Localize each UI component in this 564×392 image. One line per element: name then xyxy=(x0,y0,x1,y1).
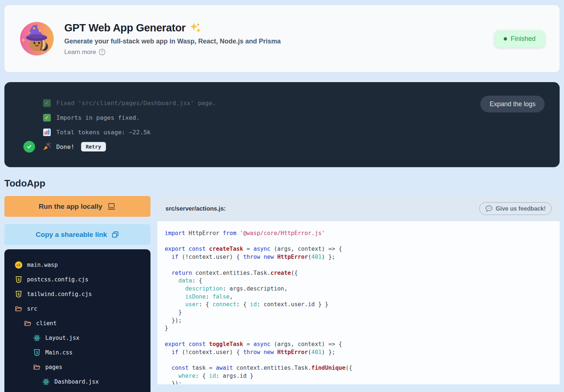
code-line: if (!context.user) { throw new HttpError… xyxy=(165,253,560,261)
tree-item[interactable]: Spostcss.config.cjs xyxy=(15,272,150,287)
svg-text:S: S xyxy=(17,278,19,282)
svg-text:S: S xyxy=(17,292,19,296)
code-file-path: src/server/actions.js: xyxy=(165,205,226,212)
run-app-locally-button[interactable]: Run the app locally xyxy=(4,196,150,217)
css-file-icon: 3 xyxy=(33,349,41,357)
code-line xyxy=(165,356,560,364)
tree-item-label: Main.css xyxy=(45,349,73,356)
code-line: if (!context.user) { throw new HttpError… xyxy=(165,349,560,357)
code-line: export const createTask = async (args, c… xyxy=(165,245,560,253)
content-columns: Run the app locally Copy a shareable lin… xyxy=(4,196,560,392)
status-log-panel: ✓Fixed 'src/client/pages/Dashboard.jsx' … xyxy=(4,82,560,167)
copy-shareable-link-label: Copy a shareable link xyxy=(36,231,107,239)
page: GPT Web App Generator Generate your full… xyxy=(0,0,564,392)
log-text: Total tokens usage: ~22.5k xyxy=(56,129,150,136)
tree-item-label: Layout.jsx xyxy=(45,335,79,341)
tree-item-label: postcss.config.cjs xyxy=(27,276,88,283)
tree-item-label: client xyxy=(36,320,57,327)
log-text: Imports in pages fixed. xyxy=(56,114,140,121)
log-text: Done! xyxy=(56,143,75,150)
code-body: import HttpError from '@wasp/core/HttpEr… xyxy=(157,221,560,384)
check-emoji: ✓ xyxy=(42,113,51,122)
js-file-icon: S xyxy=(15,291,22,298)
log-line: Total tokens usage: ~22.5k xyxy=(42,125,560,139)
svg-text:3: 3 xyxy=(35,351,38,355)
wasp-file-icon: =} xyxy=(15,261,22,269)
code-line: } xyxy=(165,324,560,333)
code-line xyxy=(165,238,560,246)
code-line: data: { xyxy=(165,277,560,285)
app-name-heading: TodoApp xyxy=(4,178,560,189)
code-line xyxy=(165,333,560,341)
expand-logs-button[interactable]: Expand the logs xyxy=(480,96,545,112)
run-app-locally-label: Run the app locally xyxy=(39,203,102,211)
header-card: GPT Web App Generator Generate your full… xyxy=(4,5,560,72)
folder-icon xyxy=(15,305,22,313)
give-feedback-button[interactable]: Give us feedback! xyxy=(479,202,552,215)
left-column: Run the app locally Copy a shareable lin… xyxy=(4,196,150,392)
code-line: description: args.description, xyxy=(165,285,560,293)
wasp-mage-wizard-logo xyxy=(19,21,55,57)
code-line: } xyxy=(165,309,560,317)
speech-bubble-icon xyxy=(485,205,493,212)
react-file-icon xyxy=(33,334,41,342)
tree-item[interactable]: 3Main.css xyxy=(15,345,150,360)
page-subtitle: Generate your full-stack web app in Wasp… xyxy=(64,38,281,45)
check-emoji: ✓ xyxy=(42,99,51,107)
code-line: isDone: false, xyxy=(165,293,560,301)
tree-item-label: src xyxy=(27,305,37,312)
learn-more-link[interactable]: Learn more ? xyxy=(64,49,106,56)
tree-item-label: main.wasp xyxy=(27,262,58,268)
code-panel: src/server/actions.js: Give us feedback!… xyxy=(157,196,560,384)
tree-item[interactable]: Dashboard.jsx xyxy=(15,374,150,389)
react-file-icon xyxy=(42,378,50,386)
success-check-circle-icon xyxy=(23,141,35,153)
learn-more-label: Learn more xyxy=(64,49,96,56)
file-tree-panel: =}main.waspSpostcss.config.cjsStailwind.… xyxy=(4,249,150,392)
tree-item[interactable]: pages xyxy=(15,360,150,374)
status-badge: Finished xyxy=(494,30,545,47)
tree-item-label: pages xyxy=(45,364,62,370)
log-line: Done!Retry xyxy=(42,139,560,154)
party-emoji xyxy=(42,142,51,151)
page-title: GPT Web App Generator xyxy=(64,22,186,34)
code-line: import HttpError from '@wasp/core/HttpEr… xyxy=(165,230,560,238)
code-line: where: { id: args.id } xyxy=(165,372,560,380)
status-dot-icon xyxy=(504,37,507,41)
tree-item[interactable]: Stailwind.config.cjs xyxy=(15,287,150,301)
code-line: user: { connect: { id: context.user.id }… xyxy=(165,301,560,309)
tree-item-label: Dashboard.jsx xyxy=(54,378,99,385)
question-circle-icon: ? xyxy=(99,49,106,55)
code-line: return context.entities.Task.create({ xyxy=(165,269,560,277)
copy-shareable-link-button[interactable]: Copy a shareable link xyxy=(4,224,150,245)
header-text: GPT Web App Generator Generate your full… xyxy=(64,22,281,56)
log-line: ✓Imports in pages fixed. xyxy=(42,110,560,125)
tree-item[interactable]: Layout.jsx xyxy=(15,331,150,345)
tree-item[interactable]: src xyxy=(15,301,150,316)
tree-item-label: tailwind.config.cjs xyxy=(27,291,92,297)
code-line xyxy=(165,261,560,269)
copy-icon xyxy=(111,231,119,238)
folder-icon xyxy=(33,364,41,371)
retry-button[interactable]: Retry xyxy=(81,142,106,151)
give-feedback-label: Give us feedback! xyxy=(496,205,546,212)
bar-chart-emoji xyxy=(42,128,51,137)
code-header: src/server/actions.js: Give us feedback! xyxy=(157,196,560,221)
sparkles-icon xyxy=(189,22,202,34)
tree-item[interactable]: =}main.wasp xyxy=(15,258,150,272)
laptop-icon xyxy=(107,203,116,211)
code-line: }); xyxy=(165,380,560,384)
svg-text:?: ? xyxy=(101,50,103,54)
tree-item[interactable]: client xyxy=(15,316,150,331)
status-badge-label: Finished xyxy=(511,35,536,43)
code-line: const task = await context.entities.Task… xyxy=(165,364,560,372)
js-file-icon: S xyxy=(15,276,22,284)
folder-icon xyxy=(24,320,31,327)
code-line: export const toggleTask = async (args, c… xyxy=(165,341,560,349)
code-line: }); xyxy=(165,317,560,325)
log-text: Fixed 'src/client/pages/Dashboard.jsx' p… xyxy=(56,100,216,107)
